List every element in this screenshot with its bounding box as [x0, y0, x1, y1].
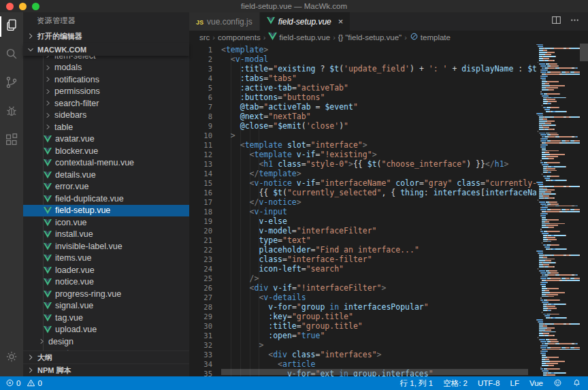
tree-item-sidebars[interactable]: sidebars	[23, 110, 189, 122]
code-line[interactable]: 30 :title="group.title"	[189, 321, 536, 331]
horizontal-scrollbar[interactable]	[221, 369, 528, 375]
code-line[interactable]: 25 />	[189, 274, 536, 283]
status-feedback[interactable]	[553, 378, 562, 389]
tree-item-loader-vue[interactable]: loader.vue	[23, 264, 189, 276]
breadcrumb-item-components[interactable]: components	[218, 33, 261, 42]
status-errors[interactable]: 0	[5, 378, 20, 389]
code-line[interactable]: 7 @tab="activeTab = $event"	[189, 102, 536, 112]
tree-item-blocker-vue[interactable]: blocker.vue	[23, 145, 189, 157]
tree-item-progress-ring-vue[interactable]: progress-ring.vue	[23, 288, 189, 300]
code-line[interactable]: 31 :open="true"	[189, 331, 536, 340]
tree-item-signal-vue[interactable]: signal.vue	[23, 300, 189, 312]
status-bell[interactable]	[572, 378, 581, 389]
code-line[interactable]: 16 {{ $t("currently_selected", { thing: …	[189, 188, 536, 197]
code-line[interactable]: 6 :buttons="buttons"	[189, 93, 536, 102]
tree-item-avatar-vue[interactable]: avatar.vue	[23, 133, 189, 146]
code-line[interactable]: 33 <div class="interfaces">	[189, 350, 536, 359]
code-line[interactable]: 24 icon-left="search"	[189, 264, 536, 274]
status-Vue[interactable]: Vue	[529, 379, 543, 387]
tree-item-events[interactable]: events	[23, 348, 189, 351]
tree-item-items-vue[interactable]: items.vue	[23, 253, 189, 265]
tree-item-contextual-menu-vue[interactable]: contextual-menu.vue	[23, 157, 189, 169]
code-line[interactable]: 12 <template v-if="!existing">	[189, 150, 536, 159]
code-line[interactable]: 2 <v-modal	[189, 54, 536, 64]
status-2[interactable]: 空格: 2	[443, 378, 468, 389]
code-line[interactable]: 23 class="interface-filter"	[189, 255, 536, 264]
close-window-button[interactable]	[6, 3, 14, 10]
activity-search-button[interactable]	[0, 41, 23, 69]
tree-item-modals[interactable]: modals	[23, 62, 189, 74]
breadcrumb-item-template[interactable]: template	[410, 32, 451, 42]
editor-actions	[551, 12, 588, 31]
tree-item-permissions[interactable]: permissions	[23, 86, 189, 98]
code-line[interactable]: 10 >	[189, 131, 536, 140]
tab-field-setup-vue[interactable]: field-setup.vue×	[260, 12, 351, 31]
close-icon[interactable]: ×	[338, 17, 344, 26]
code-line[interactable]: 3 :title="existing ? $t('update_field') …	[189, 64, 536, 74]
breadcrumb-item-field-setupvue[interactable]: field-setup.vue	[268, 32, 330, 42]
code-line[interactable]: 22 placeholder="Find an interface..."	[189, 245, 536, 255]
tree-item-upload-vue[interactable]: upload.vue	[23, 324, 189, 336]
tree-item-field-setup-vue[interactable]: field-setup.vue	[23, 205, 189, 217]
code-line[interactable]: 17 </v-notice>	[189, 197, 536, 207]
breadcrumb-item-field-setupvue[interactable]: {}"field-setup.vue"	[338, 33, 402, 42]
code-line[interactable]: 4 :tabs="tabs"	[189, 74, 536, 83]
code-line[interactable]: 20 v-model="interfaceFilter"	[189, 226, 536, 235]
code-line[interactable]: 34 <article	[189, 359, 536, 369]
tree-item-item-select[interactable]: item-select	[23, 56, 189, 62]
code-line[interactable]: 9 @close="$emit('close')"	[189, 121, 536, 131]
tree-item-icon-vue[interactable]: icon.vue	[23, 216, 189, 229]
split-editor-icon[interactable]	[551, 15, 561, 28]
sidebar-section-NPM 脚本[interactable]: NPM 脚本	[23, 363, 189, 376]
activity-source-control-button[interactable]	[0, 69, 23, 98]
tree-item-details-vue[interactable]: details.vue	[23, 169, 189, 181]
breadcrumb-item-src[interactable]: src	[199, 33, 210, 42]
tree-item-notifications[interactable]: notifications	[23, 74, 189, 86]
code-line[interactable]: 13 <h1 class="style-0">{{ $t("choose_int…	[189, 159, 536, 169]
code-line[interactable]: 32 >	[189, 340, 536, 350]
code-editor[interactable]: 1<template>2 <v-modal3 :title="existing …	[189, 44, 588, 376]
open-editors-section[interactable]: 打开的编辑器	[23, 29, 189, 43]
code-line[interactable]: 8 @next="nextTab"	[189, 112, 536, 121]
project-root-section[interactable]: MACWK.COM	[23, 43, 189, 56]
vertical-scrollbar[interactable]	[580, 44, 588, 61]
code-line[interactable]: 28 v-for="group in interfacesPopular"	[189, 302, 536, 312]
code-line[interactable]: 27 <v-details	[189, 293, 536, 302]
status-LF[interactable]: LF	[510, 379, 519, 387]
activity-debug-button[interactable]	[0, 98, 23, 127]
tree-item-invisible-label-vue[interactable]: invisible-label.vue	[23, 240, 189, 253]
minimize-window-button[interactable]	[19, 3, 27, 10]
tree-item-field-duplicate-vue[interactable]: field-duplicate.vue	[23, 193, 189, 205]
tree-item-search-filter[interactable]: search-filter	[23, 97, 189, 110]
code-line[interactable]: 26 <div v-if="!interfaceFilter">	[189, 283, 536, 293]
tree-item-table[interactable]: table	[23, 121, 189, 133]
tree-item-design[interactable]: design	[23, 336, 189, 348]
code-line[interactable]: 19 v-else	[189, 216, 536, 226]
code-line[interactable]: 15 <v-notice v-if="interfaceName" color=…	[189, 178, 536, 188]
activity-extensions-button[interactable]	[0, 127, 23, 155]
code-line[interactable]: 29 :key="group.title"	[189, 312, 536, 321]
tab-vue-config-js[interactable]: JSvue.config.js	[189, 12, 260, 31]
status-UTF8[interactable]: UTF-8	[478, 379, 500, 387]
activity-settings-button[interactable]	[0, 344, 23, 372]
status-11[interactable]: 行 1, 列 1	[400, 378, 434, 389]
more-actions-icon[interactable]	[570, 15, 580, 28]
code-line[interactable]: 1<template>	[189, 45, 536, 54]
tree-item-install-vue[interactable]: install.vue	[23, 229, 189, 241]
status-warnings[interactable]: 0	[27, 378, 42, 389]
activity-explorer-button[interactable]	[0, 12, 23, 41]
minimap[interactable]	[536, 44, 580, 376]
code-line[interactable]: 21 type="text"	[189, 235, 536, 245]
code-line[interactable]: 18 <v-input	[189, 207, 536, 216]
tree-item-notice-vue[interactable]: notice.vue	[23, 276, 189, 289]
code-line[interactable]: 11 <template slot="interface">	[189, 140, 536, 150]
line-content: >	[212, 340, 263, 350]
search-icon	[4, 46, 19, 64]
code-line[interactable]: 5 :active-tab="activeTab"	[189, 83, 536, 93]
tree-item-error-vue[interactable]: error.vue	[23, 181, 189, 193]
maximize-window-button[interactable]	[32, 3, 39, 10]
chevron-right-icon	[44, 87, 53, 96]
code-line[interactable]: 14 </template>	[189, 169, 536, 178]
sidebar-section-大纲[interactable]: 大纲	[23, 351, 189, 363]
tree-item-tag-vue[interactable]: tag.vue	[23, 312, 189, 324]
